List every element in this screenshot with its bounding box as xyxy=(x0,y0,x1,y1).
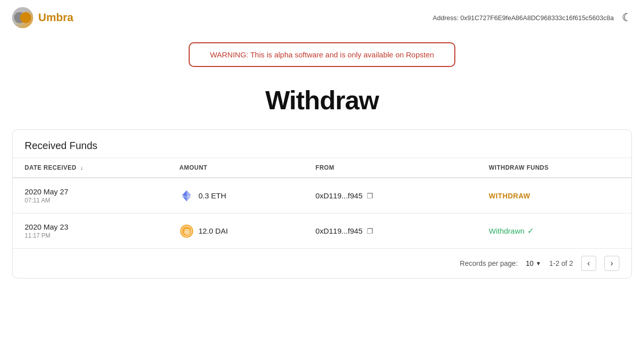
header: Umbra Address: 0x91C727F6E9feA86A8DC9683… xyxy=(0,0,644,33)
external-link-icon[interactable]: ❐ xyxy=(367,192,373,200)
amount-cell: ◎ 12.0 DAI xyxy=(180,224,292,238)
cell-date-1: 2020 May 2311:17 PM xyxy=(13,214,168,249)
per-page-value: 10 xyxy=(526,259,534,267)
page-info: 1-2 of 2 xyxy=(549,259,573,267)
dai-icon: ◎ xyxy=(180,224,194,238)
received-funds-table: DATE RECEIVED ↓ AMOUNT FROM WITHDRAW FUN… xyxy=(13,158,631,248)
cell-amount-0: 0.3 ETH xyxy=(168,178,304,214)
sort-arrow-icon: ↓ xyxy=(80,165,84,171)
prev-page-button[interactable]: ‹ xyxy=(581,256,596,271)
header-right: Address: 0x91C727F6E9feA86A8DC968333c16f… xyxy=(433,11,632,24)
table-column-headers: DATE RECEIVED ↓ AMOUNT FROM WITHDRAW FUN… xyxy=(13,158,631,178)
cell-from-1: 0xD119...f945❐ xyxy=(303,214,476,249)
cell-from-0: 0xD119...f945❐ xyxy=(303,178,476,214)
warning-text: WARNING: This is alpha software and is o… xyxy=(210,50,434,59)
svg-marker-1 xyxy=(182,190,187,197)
eth-icon xyxy=(180,189,194,203)
date-sub: 07:11 AM xyxy=(25,197,155,204)
date-main: 2020 May 27 xyxy=(25,187,155,196)
external-link-icon[interactable]: ❐ xyxy=(367,227,373,235)
amount-value: 12.0 DAI xyxy=(199,227,228,235)
table-header-area: Received Funds xyxy=(13,130,631,158)
col-header-withdraw: WITHDRAW FUNDS xyxy=(476,158,631,178)
svg-text:◎: ◎ xyxy=(184,228,190,235)
col-header-amount: AMOUNT xyxy=(168,158,304,178)
logo-icon xyxy=(12,7,33,28)
cell-date-0: 2020 May 2707:11 AM xyxy=(13,178,168,214)
cell-amount-1: ◎ 12.0 DAI xyxy=(168,214,304,249)
withdrawn-status: Withdrawn✓ xyxy=(489,226,619,236)
theme-toggle-icon[interactable]: ☾ xyxy=(622,11,632,24)
cell-withdraw-1: Withdrawn✓ xyxy=(476,214,631,249)
col-header-from: FROM xyxy=(303,158,476,178)
table-footer: Records per page: 10 ▼ 1-2 of 2 ‹ › xyxy=(13,248,631,278)
table-section-title: Received Funds xyxy=(25,140,98,151)
per-page-dropdown-icon: ▼ xyxy=(536,260,541,266)
warning-box: WARNING: This is alpha software and is o… xyxy=(189,42,455,67)
page-title-area: Withdraw xyxy=(0,85,644,115)
next-page-button[interactable]: › xyxy=(604,256,619,271)
records-per-page-label: Records per page: xyxy=(460,259,518,267)
page-title: Withdraw xyxy=(0,85,644,115)
col-header-date[interactable]: DATE RECEIVED ↓ xyxy=(13,158,168,178)
withdrawn-label: Withdrawn xyxy=(489,227,524,235)
withdraw-button[interactable]: WITHDRAW xyxy=(489,192,530,200)
per-page-selector[interactable]: 10 ▼ xyxy=(526,259,541,267)
date-main: 2020 May 23 xyxy=(25,223,155,231)
warning-banner: WARNING: This is alpha software and is o… xyxy=(96,42,548,67)
date-sub: 11:17 PM xyxy=(25,232,155,239)
logo-text: Umbra xyxy=(38,11,73,24)
address-display: Address: 0x91C727F6E9feA86A8DC968333c16f… xyxy=(433,14,614,22)
amount-value: 0.3 ETH xyxy=(199,191,226,200)
svg-marker-0 xyxy=(187,190,191,197)
cell-withdraw-0[interactable]: WITHDRAW xyxy=(476,178,631,214)
logo-area: Umbra xyxy=(12,7,73,28)
from-address: 0xD119...f945 xyxy=(315,191,362,200)
received-funds-table-container: Received Funds DATE RECEIVED ↓ AMOUNT FR… xyxy=(12,129,632,278)
table-row: 2020 May 2311:17 PM ◎ 12.0 DAI0xD119...f… xyxy=(13,214,631,249)
amount-cell: 0.3 ETH xyxy=(180,189,292,203)
check-icon: ✓ xyxy=(527,226,534,236)
from-address: 0xD119...f945 xyxy=(315,227,362,235)
table-row: 2020 May 2707:11 AM 0.3 ETH0xD119...f945… xyxy=(13,178,631,214)
